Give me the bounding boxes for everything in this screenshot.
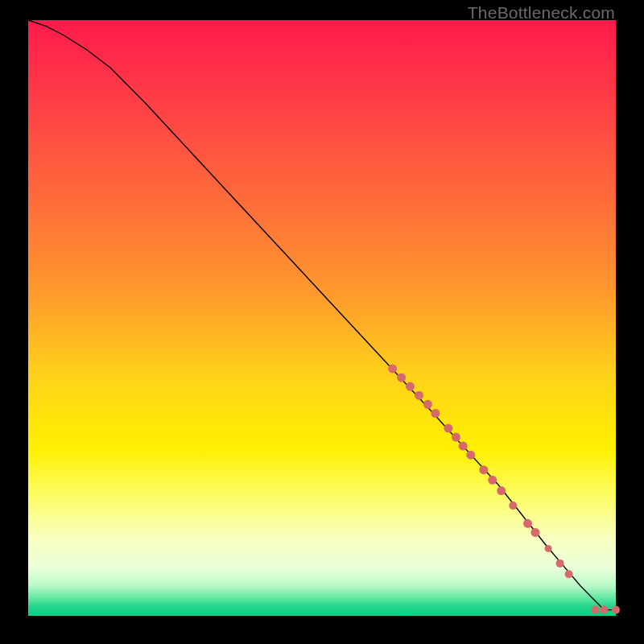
chart-overlay [28, 20, 616, 616]
data-point [431, 409, 440, 418]
data-point [415, 391, 423, 400]
data-point [388, 364, 397, 373]
data-point [600, 606, 608, 614]
data-point [459, 442, 468, 451]
data-point [565, 570, 573, 578]
chart-frame: TheBottleneck.com [0, 0, 644, 644]
data-point [556, 559, 564, 568]
data-point [452, 433, 460, 442]
data-point [488, 476, 497, 485]
data-point [523, 519, 532, 528]
data-point [531, 528, 540, 537]
data-point [406, 382, 415, 391]
data-point [444, 423, 452, 432]
data-point [545, 545, 552, 552]
data-point [612, 606, 620, 614]
data-point [591, 606, 599, 614]
data-point [423, 400, 432, 409]
data-point [479, 465, 488, 474]
data-point [497, 486, 506, 495]
data-point [509, 502, 517, 510]
data-point [466, 451, 475, 460]
data-point [397, 374, 406, 382]
